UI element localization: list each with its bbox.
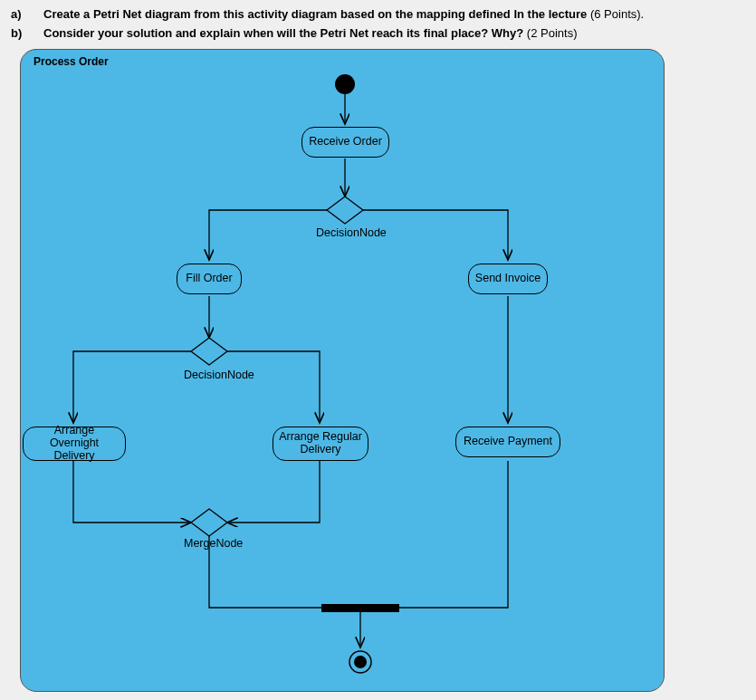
activity-send-invoice: Send Invoice (468, 264, 548, 294)
activity-receive-order: Receive Order (301, 127, 389, 158)
final-node-inner-icon (354, 656, 367, 668)
decision2-label: DecisionNode (184, 369, 254, 381)
activity-fill-order: Fill Order (177, 264, 242, 294)
edge (399, 461, 508, 608)
activity-arrange-regular: Arrange Regular Delivery (273, 427, 368, 461)
edge (73, 351, 191, 423)
edge (227, 351, 320, 423)
question-a-label: a) (11, 7, 43, 21)
edge (209, 210, 327, 260)
question-a-text: Create a Petri Net diagram from this act… (43, 7, 745, 21)
activity-arrange-overnight: Arrange Overnight Delivery (23, 427, 126, 461)
activity-receive-payment: Receive Payment (455, 427, 560, 457)
question-b-label: b) (11, 26, 43, 40)
question-list: a) Create a Petri Net diagram from this … (0, 0, 756, 54)
decision1-label: DecisionNode (316, 226, 387, 239)
diagram-frame: Process Order (20, 49, 665, 692)
question-a: a) Create a Petri Net diagram from this … (11, 7, 745, 21)
edge (260, 461, 320, 523)
decision-node-icon (327, 197, 363, 224)
join-bar-icon (321, 604, 399, 612)
edge (73, 461, 191, 523)
merge-label: MergeNode (184, 537, 243, 550)
question-b: b) Consider your solution and explain wh… (11, 26, 745, 40)
question-b-text: Consider your solution and explain when … (43, 26, 745, 40)
initial-node-icon (335, 74, 355, 94)
decision-node-icon (191, 338, 227, 365)
merge-node-icon (191, 509, 227, 536)
